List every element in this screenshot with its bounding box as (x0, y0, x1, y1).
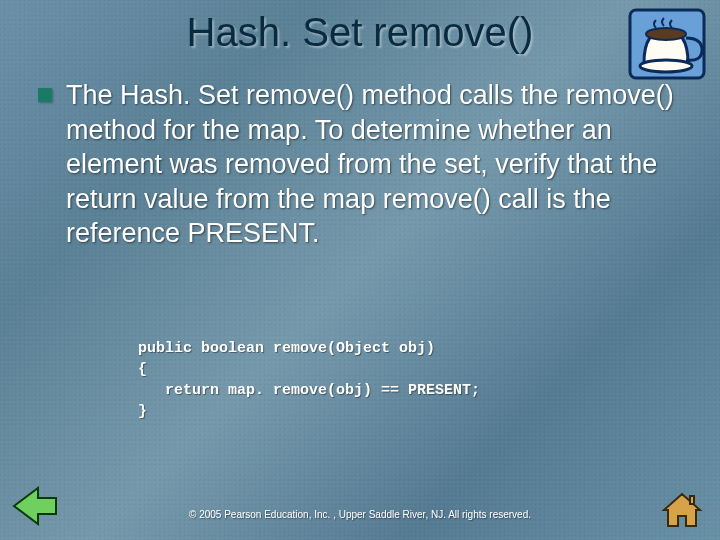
slide: Hash. Set remove() The Hash. Set remove(… (0, 0, 720, 540)
body-text: The Hash. Set remove() method calls the … (66, 78, 686, 251)
code-block: public boolean remove(Object obj) { retu… (138, 338, 480, 422)
coffee-cup-icon (628, 8, 706, 80)
back-arrow-icon[interactable] (8, 484, 62, 532)
home-icon[interactable] (660, 490, 704, 534)
svg-rect-3 (690, 496, 694, 504)
bullet-square-icon (38, 88, 52, 102)
slide-title: Hash. Set remove() (0, 10, 720, 55)
svg-point-2 (640, 60, 692, 72)
copyright-text: © 2005 Pearson Education, Inc. , Upper S… (0, 509, 720, 520)
bullet-block: The Hash. Set remove() method calls the … (38, 78, 686, 251)
bullet-row: The Hash. Set remove() method calls the … (38, 78, 686, 251)
svg-point-1 (646, 28, 686, 40)
